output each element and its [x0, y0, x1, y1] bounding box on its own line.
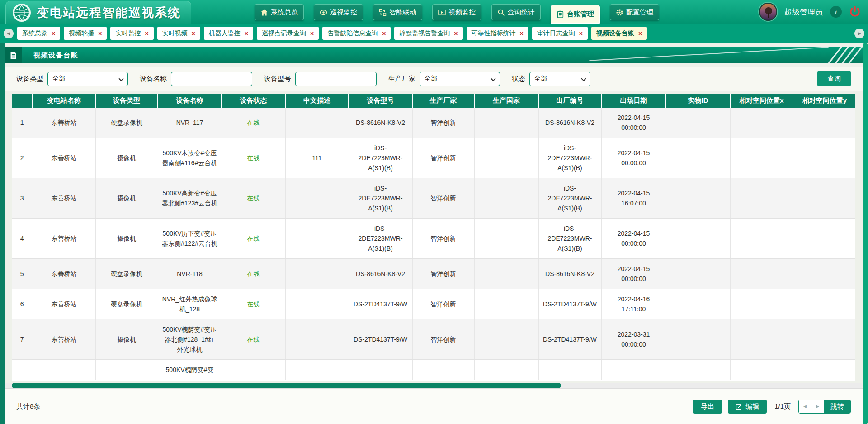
tab-7[interactable]: 静默监视告警查询× [394, 27, 462, 40]
table-cell [474, 289, 538, 319]
column-header: 变电站名称 [33, 94, 95, 108]
power-logout-icon[interactable] [849, 6, 861, 18]
nav-item-query[interactable]: 查询统计 [491, 4, 541, 20]
table-cell [474, 319, 538, 360]
tab-4[interactable]: 机器人监控× [204, 27, 253, 40]
tab-label: 系统总览 [22, 29, 47, 38]
tab-10[interactable]: 视频设备台账× [591, 27, 647, 40]
column-header: 出场日期 [601, 94, 666, 108]
tab-1[interactable]: 视频轮播× [64, 27, 107, 40]
table-cell [730, 360, 793, 380]
table-row[interactable]: 6东善桥站硬盘录像机NVR_红外热成像球机_128在线DS-2TD4137T-9… [12, 289, 855, 319]
table-cell [730, 178, 793, 219]
table-cell: 硬盘录像机 [95, 108, 158, 138]
nav-item-ledger[interactable]: 台账管理 [551, 5, 600, 24]
search-icon [497, 9, 505, 16]
search-button[interactable]: 查询 [817, 71, 851, 86]
tab-scroll-right-button[interactable]: ▶ [854, 29, 864, 38]
prev-page-button[interactable]: ◀ [799, 400, 811, 413]
total-count: 共计8条 [16, 402, 40, 411]
table-cell: DS-2TD4137T-9/W [349, 289, 412, 319]
device-name-input[interactable] [171, 72, 252, 86]
status-cell: 在线 [222, 219, 285, 259]
manufacturer-select[interactable]: 全部 [420, 72, 500, 86]
table-cell [474, 108, 538, 138]
table-row[interactable]: 5东善桥站硬盘录像机NVR-118在线DS-8616N-K8-V2智洋创新DS-… [12, 259, 855, 289]
jump-button[interactable]: 跳转 [824, 400, 850, 413]
nav-item-label: 视频监控 [448, 8, 476, 17]
table-cell [730, 259, 793, 289]
status-cell: 在线 [222, 178, 285, 219]
table-row[interactable]: 2东善桥站摄像机500KV木渎变#变压器南侧#116#云台机在线111iDS-2… [12, 138, 855, 178]
table-row[interactable]: 7东善桥站摄像机500KV槐荫变#变压器北侧#128_1#红外光球机在线DS-2… [12, 319, 855, 360]
horizontal-scrollbar[interactable] [5, 383, 863, 388]
close-icon[interactable]: × [520, 30, 524, 37]
table-cell [666, 108, 730, 138]
nav-item-linkage[interactable]: 智能联动 [373, 4, 422, 20]
table-cell: iDS-2DE7223MWR-A(S1)(B) [349, 219, 412, 259]
tab-label: 实时监控 [115, 29, 141, 38]
export-button[interactable]: 导出 [693, 400, 722, 414]
vertical-scrollbar[interactable] [863, 43, 868, 424]
table-row[interactable]: 1东善桥站硬盘录像机NVR_117在线DS-8616N-K8-V2智洋创新DS-… [12, 108, 855, 138]
close-icon[interactable]: × [145, 30, 148, 37]
status-select[interactable]: 全部 [529, 72, 590, 86]
close-icon[interactable]: × [454, 30, 458, 37]
nav-item-video[interactable]: 视频监控 [432, 4, 481, 20]
brand: 变电站远程智能巡视系统 [5, 1, 191, 24]
nav-item-patrol[interactable]: 巡视监控 [314, 4, 363, 20]
device-name-label: 设备名称 [140, 75, 167, 83]
tab-5[interactable]: 巡视点记录查询× [257, 27, 319, 40]
decorative-line [589, 47, 828, 61]
tab-scroll-left-button[interactable]: ◀ [4, 29, 14, 38]
tab-2[interactable]: 实时监控× [110, 27, 153, 40]
nav-item-config[interactable]: 配置管理 [610, 4, 659, 20]
horizontal-scrollbar-thumb[interactable] [12, 383, 561, 388]
close-icon[interactable]: × [98, 30, 102, 37]
close-icon[interactable]: × [638, 30, 642, 37]
close-icon[interactable]: × [245, 30, 248, 37]
table-cell: 500KV高新变#变压器北侧#123#云台机 [158, 178, 222, 219]
close-icon[interactable]: × [192, 30, 195, 37]
close-icon[interactable]: × [52, 30, 55, 37]
table-cell: 3 [12, 178, 33, 219]
nav-item-label: 系统总览 [271, 8, 298, 17]
table-cell: 500KV历下变#变压器东侧#122#云台机 [158, 219, 222, 259]
status-cell: 在线 [222, 108, 285, 138]
next-page-button[interactable]: ▶ [811, 400, 824, 413]
table-row[interactable]: 3东善桥站摄像机500KV高新变#变压器北侧#123#云台机在线iDS-2DE7… [12, 178, 855, 219]
nav-item-label: 配置管理 [626, 8, 653, 17]
table-cell: 硬盘录像机 [95, 289, 158, 319]
grid-logo-icon [12, 3, 31, 22]
tab-6[interactable]: 告警缺陷信息查询× [322, 27, 391, 40]
table-cell [285, 360, 349, 380]
close-icon[interactable]: × [382, 30, 386, 37]
vertical-scrollbar-thumb[interactable] [863, 43, 868, 424]
tab-label: 告警缺陷信息查询 [327, 29, 378, 38]
table-cell: 智洋创新 [412, 289, 474, 319]
device-type-select[interactable]: 全部 [47, 72, 128, 86]
tab-3[interactable]: 实时视频× [157, 27, 200, 40]
close-icon[interactable]: × [579, 30, 583, 37]
page-footer: 共计8条 导出 编辑 1/1页 ◀ ▶ 跳转 [5, 388, 863, 424]
table-row[interactable]: 4东善桥站摄像机500KV历下变#变压器东侧#122#云台机在线iDS-2DE7… [12, 219, 855, 259]
main-content: 视频设备台账 设备类型 全部 设备名称 设备型号 生产厂家 全部 状态 全部 查… [5, 43, 863, 424]
device-model-input[interactable] [295, 72, 377, 86]
table-cell [285, 178, 349, 219]
tab-0[interactable]: 系统总览× [17, 27, 60, 40]
tab-8[interactable]: 可靠性指标统计× [467, 27, 528, 40]
tab-9[interactable]: 审计日志查询× [532, 27, 588, 40]
edit-button[interactable]: 编辑 [728, 400, 767, 414]
nav-item-overview[interactable]: 系统总览 [255, 4, 304, 20]
table-row[interactable]: 500KV槐荫变#变 [12, 360, 855, 380]
info-icon[interactable]: i [830, 6, 842, 18]
column-header: 出厂编号 [538, 94, 601, 108]
page-title-bar: 视频设备台账 [5, 47, 863, 63]
table-cell: DS-8616N-K8-V2 [349, 259, 412, 289]
close-icon[interactable]: × [310, 30, 314, 37]
table-cell [474, 178, 538, 219]
table-cell: iDS-2DE7223MWR-A(S1)(B) [538, 178, 601, 219]
left-edge-strip [0, 43, 5, 424]
table-cell: 2022-04-15 00:00:00 [601, 138, 666, 178]
table-cell: 2 [12, 138, 33, 178]
